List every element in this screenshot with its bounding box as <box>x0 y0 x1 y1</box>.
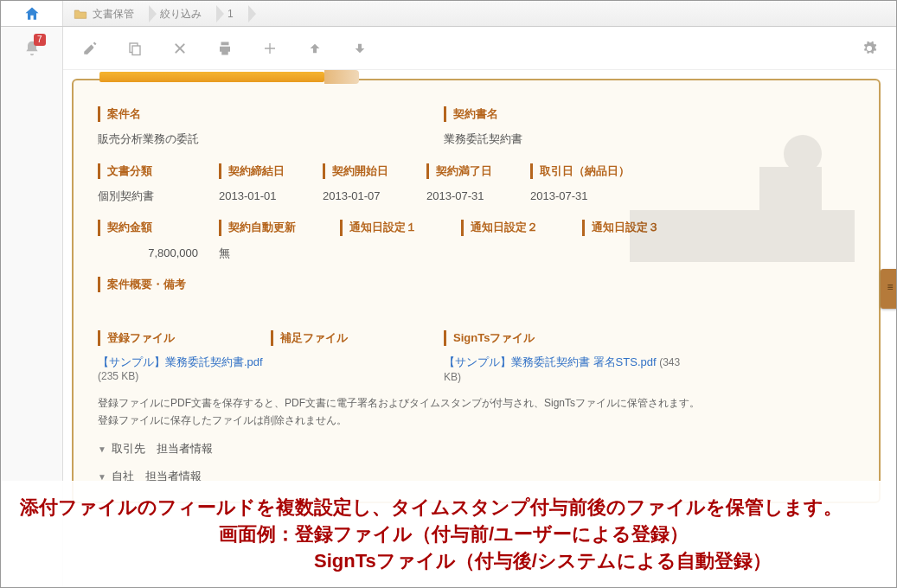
value-end-date: 2013-07-31 <box>426 188 513 205</box>
note-line1: 登録ファイルにPDF文書を保存すると、PDF文書に電子署名およびタイムスタンプが… <box>98 395 855 412</box>
label-case-name: 案件名 <box>98 106 426 122</box>
copy-icon[interactable] <box>125 39 144 58</box>
value-tx-date: 2013-07-31 <box>530 188 686 205</box>
label-doc-class: 文書分類 <box>98 163 202 179</box>
label-end-date: 契約満了日 <box>426 163 513 179</box>
home-icon[interactable] <box>23 5 41 22</box>
label-contract-name: 契約書名 <box>444 106 772 122</box>
size-reg-file: (235 KB) <box>98 370 426 382</box>
folder-icon <box>74 8 87 20</box>
chevron-down-icon: ▼ <box>98 472 106 482</box>
annotation-line1: 添付ファイルのフィールドを複数設定し、タイムスタンプ付与前後のファイルを保管しま… <box>20 493 877 521</box>
value-doc-class: 個別契約書 <box>98 188 202 205</box>
gear-icon[interactable] <box>860 39 879 58</box>
record-card: 案件名 契約書名 販売分析業務の委託 業務委託契約書 文書分類 契約締結日 契約… <box>72 79 881 503</box>
crumb-app-label: 文書保管 <box>93 7 134 22</box>
annotation-overlay: 添付ファイルのフィールドを複数設定し、タイムスタンプ付与前後のファイルを保管しま… <box>1 481 896 587</box>
label-signts: SignTsファイル <box>444 330 686 346</box>
top-bar: 文書保管 絞り込み 1 <box>1 1 896 27</box>
value-auto-renew: 無 <box>219 245 323 262</box>
link-signts-file[interactable]: 【サンプル】業務委託契約書 署名STS.pdf <box>444 355 657 368</box>
notification-badge: 7 <box>34 34 46 46</box>
value-amount: 7,800,000 <box>98 245 198 262</box>
value-case-name: 販売分析業務の委託 <box>98 131 426 148</box>
edit-icon[interactable] <box>80 39 99 58</box>
crumb-filter-label: 絞り込み <box>160 7 202 22</box>
section-partner[interactable]: ▼取引先 担当者情報 <box>98 441 855 457</box>
label-summary: 案件概要・備考 <box>98 277 837 292</box>
annotation-line2b: SignTsファイル（付与後/システムによる自動登録） <box>20 548 877 575</box>
value-start-date: 2013-01-07 <box>323 188 409 205</box>
pencil-decoration <box>99 70 368 86</box>
crumb-app[interactable]: 文書保管 <box>63 2 150 26</box>
label-sup-file: 補足ファイル <box>271 330 426 346</box>
bookmark-tab[interactable] <box>881 269 896 309</box>
label-tx-date: 取引日（納品日） <box>530 163 686 179</box>
down-icon[interactable] <box>350 39 369 58</box>
add-icon[interactable] <box>260 39 279 58</box>
toolbar <box>63 27 896 70</box>
up-icon[interactable] <box>305 39 324 58</box>
value-contract-name: 業務委託契約書 <box>444 131 772 148</box>
svg-rect-1 <box>132 46 140 55</box>
label-reg-file: 登録ファイル <box>98 330 253 346</box>
label-auto-renew: 契約自動更新 <box>219 220 323 235</box>
label-notice1: 通知日設定１ <box>340 220 444 235</box>
delete-icon[interactable] <box>170 39 189 58</box>
print-icon[interactable] <box>215 39 234 58</box>
chevron-down-icon: ▼ <box>98 444 106 454</box>
breadcrumb: 文書保管 絞り込み 1 <box>63 1 249 27</box>
note-line2: 登録ファイルに保存したファイルは削除されません。 <box>98 412 855 429</box>
crumb-filter[interactable]: 絞り込み <box>150 2 217 26</box>
label-amount: 契約金額 <box>98 220 202 235</box>
annotation-line2a: 画面例：登録ファイル（付与前/ユーザーによる登録） <box>20 521 877 548</box>
crumb-page-label: 1 <box>227 8 234 20</box>
crumb-page: 1 <box>217 2 249 26</box>
label-sign-date: 契約締結日 <box>219 163 305 179</box>
label-notice3: 通知日設定３ <box>582 220 686 235</box>
label-notice2: 通知日設定２ <box>461 220 565 235</box>
label-start-date: 契約開始日 <box>323 163 409 179</box>
link-reg-file[interactable]: 【サンプル】業務委託契約書.pdf <box>98 355 263 368</box>
notification-button[interactable]: 7 <box>1 27 62 70</box>
value-sign-date: 2013-01-01 <box>219 188 305 205</box>
